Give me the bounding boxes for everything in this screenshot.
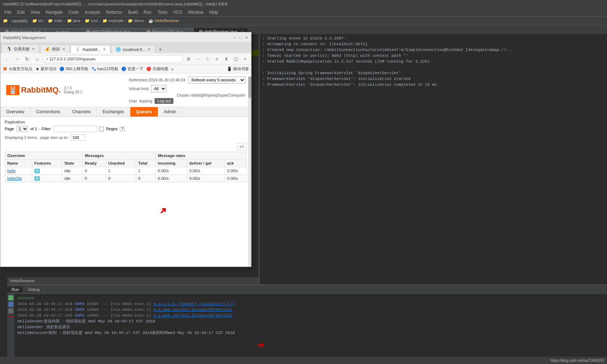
console-icon-stop[interactable] — [8, 316, 13, 317]
browser-tab-localhost[interactable]: 🌐 localhost:8... ✕ — [111, 45, 155, 53]
browser-more-btn[interactable]: ··· — [194, 55, 202, 63]
total-helloobj: 0 — [136, 175, 155, 182]
regex-checkbox[interactable] — [99, 127, 104, 131]
browser-maximize[interactable]: □ — [239, 35, 242, 40]
browser-back-btn[interactable]: ← — [3, 55, 11, 63]
bookmark-zuichang[interactable]: ★ 最常访问 — [35, 66, 56, 72]
console-panel: Run Debug success 2018-05-30 10:45:17.81… — [7, 284, 607, 357]
queue-link-hello[interactable]: hello — [7, 169, 16, 173]
menu-help[interactable]: Help — [206, 9, 221, 16]
browser-tab-close-localhost[interactable]: ✕ — [148, 47, 151, 51]
nav-channels[interactable]: Channels — [67, 107, 97, 117]
breadcrumb-java[interactable]: 📁 java — [67, 18, 80, 23]
pagination-section: Pagination Page 1 of 1 - Filter: Regex ? — [5, 120, 247, 132]
code-footer-label: HelloReceiver — [10, 279, 35, 283]
console-debug-tab[interactable]: Debug — [24, 287, 44, 292]
logout-button[interactable]: Log out — [155, 98, 174, 104]
nav-admin[interactable]: Admin — [158, 107, 182, 117]
nav-overview[interactable]: Overview — [0, 107, 30, 117]
idea-window: rabbitMQ [D:\software\ideaProject\rabbit… — [0, 0, 607, 364]
nav-queues[interactable]: Queues — [130, 107, 158, 117]
pagination-controls: Page 1 of 1 - Filter: Regex ? — [5, 126, 247, 132]
col-name: Name — [5, 160, 32, 167]
browser-scrollbar[interactable] — [248, 76, 251, 267]
browser-window-controls: ─ □ ✕ — [233, 35, 248, 40]
page-select[interactable]: 1 — [16, 126, 28, 132]
menu-tools[interactable]: Tools — [155, 9, 170, 16]
browser-star-btn[interactable]: ☆ — [203, 55, 211, 63]
browser-scrollbar-thumb[interactable] — [248, 76, 251, 98]
breadcrumb-project[interactable]: 📁 — [3, 18, 8, 23]
plus-minus-btn[interactable]: +/- — [237, 143, 247, 150]
console-link-3[interactable]: o.s.web.servlet.DispatcherServlet — [153, 313, 232, 318]
console-link-1[interactable]: o.a.c.c.C.[Tomcat].[localhost].[/] — [153, 302, 235, 306]
console-run-tab[interactable]: Run — [7, 287, 24, 292]
browser-download-btn[interactable]: ⬇ — [222, 55, 230, 63]
browser-tab-close-jiaoyi[interactable]: ✕ — [32, 47, 35, 51]
nav-exchanges[interactable]: Exchanges — [97, 107, 130, 117]
vhost-dropdown[interactable]: All — [151, 85, 166, 92]
browser-tab-rabbitmq[interactable]: 🐇 RabbitM... ✕ — [71, 45, 110, 53]
col-incoming: incoming — [155, 160, 187, 167]
console-icon-3[interactable] — [8, 308, 13, 313]
user-value: linpeng — [139, 99, 152, 103]
browser-tab-close-shoukuan[interactable]: ✕ — [62, 47, 65, 51]
menu-build[interactable]: Build — [125, 9, 141, 16]
breadcrumb-demo[interactable]: 📁 demo — [128, 18, 144, 23]
menu-window[interactable]: Window — [185, 9, 206, 16]
nav-connections[interactable]: Connections — [30, 107, 67, 117]
page-size-input[interactable] — [71, 134, 85, 141]
refresh-dropdown[interactable]: Refresh every 5 seconds Refresh every 10… — [188, 76, 245, 84]
browser-tab-jiaoyi[interactable]: 🐧 交易失败 ✕ — [2, 45, 39, 53]
bookmark-more[interactable]: » — [171, 67, 173, 71]
menu-run[interactable]: Run — [141, 9, 155, 16]
menu-edit[interactable]: Edit — [14, 9, 28, 16]
browser-address-bar[interactable]: ℹ 127.0.0.1:15672/#/queues — [43, 55, 183, 63]
browser-tab-shoukuan[interactable]: 💰 收款 ✕ — [40, 45, 70, 53]
browser-home-btn[interactable]: ⌂ — [33, 55, 42, 63]
breadcrumb-file[interactable]: ☕ HelloReceiver — [148, 18, 180, 23]
menu-navigate[interactable]: Navigate — [43, 9, 66, 16]
console-text: success 2018-05-30 10:45:17.819 INFO 180… — [14, 294, 607, 357]
bookmark-360[interactable]: 🔵 360上网导航 — [59, 66, 88, 72]
breadcrumb-com[interactable]: 📁 com — [85, 18, 98, 23]
breadcrumb-src[interactable]: 📁 src — [32, 18, 44, 23]
browser-sidebar-btn[interactable]: ◫ — [232, 55, 240, 63]
right-console-content: : Starting scene in place 2.1.1007. : At… — [260, 34, 607, 89]
menu-view[interactable]: View — [28, 9, 43, 16]
browser-forward-btn[interactable]: → — [13, 55, 21, 63]
regex-help[interactable]: ? — [120, 127, 125, 131]
filter-input[interactable] — [54, 126, 97, 132]
browser-minimize[interactable]: ─ — [233, 35, 236, 40]
rabbitmq-logo-text: 🐰 RabbitMQ. — [6, 85, 61, 95]
browser-close[interactable]: ✕ — [245, 35, 248, 40]
menu-file[interactable]: File — [1, 9, 14, 16]
console-icon-2[interactable] — [8, 302, 13, 307]
menu-vcs[interactable]: VCS — [170, 9, 185, 16]
browser-refresh-btn[interactable]: ↻ — [23, 55, 31, 63]
browser-qr-btn[interactable]: ⊞ — [185, 55, 193, 63]
right-log-3: : Created new connection: rabbitConnecti… — [262, 47, 604, 53]
bookmark-huoli[interactable]: 🦊 火狐官方站点 — [3, 66, 33, 72]
bookmark-baidu[interactable]: 🔵 百度一下 — [121, 66, 143, 72]
breadcrumb-rabbitMQ[interactable]: rabbitMQ — [12, 19, 28, 23]
menu-analyze[interactable]: Analyze — [82, 9, 103, 16]
browser-tab-add[interactable]: + — [156, 46, 165, 53]
right-console: : Starting scene in place 2.1.1007. : At… — [259, 34, 607, 284]
menu-code[interactable]: Code — [66, 9, 82, 16]
bookmark-hao123[interactable]: 🐾 hao123导航 — [91, 66, 119, 72]
right-log-7: : FrameworkServlet 'dispatcherServlet': … — [262, 76, 604, 82]
console-icon-run[interactable] — [8, 295, 13, 300]
bookmark-tianmao[interactable]: 🔴 天猫特惠 — [146, 66, 168, 72]
breadcrumb-main[interactable]: 📁 main — [48, 18, 63, 23]
browser-chevron-btn[interactable]: » — [241, 55, 249, 63]
regex-label: Regex — [106, 127, 118, 131]
breadcrumb-example[interactable]: 📁 example — [102, 18, 124, 23]
browser-tab-close-rabbitmq[interactable]: ✕ — [103, 47, 106, 51]
queue-link-helloobj[interactable]: helloObj — [7, 176, 22, 181]
bookmark-mobile[interactable]: 📱 移动书签 — [227, 66, 249, 72]
browser-reader-btn[interactable]: ≡ — [213, 55, 221, 63]
console-link-2[interactable]: o.s.web.servlet.DispatcherServlet — [153, 308, 232, 312]
console-line-sender2: HelloSender 消息发送成功 — [17, 324, 604, 330]
menu-refactor[interactable]: Refactor — [103, 9, 125, 16]
